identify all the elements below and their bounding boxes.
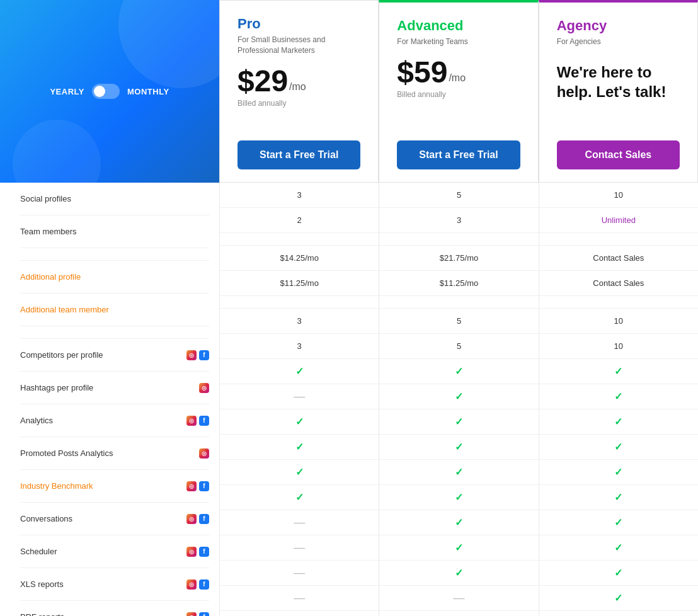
check-icon: ✓ [455, 567, 463, 579]
gap-row [539, 296, 698, 309]
yearly-label: YEARLY [50, 87, 84, 96]
feature-value: 3 [220, 183, 379, 208]
check-icon: ✓ [455, 391, 463, 402]
feature-label: Social profiles [20, 188, 209, 210]
gap-row [220, 233, 379, 246]
instagram-icon: ◎ [186, 416, 197, 426]
feature-icons: ◎f [186, 350, 209, 360]
gap-row [220, 296, 379, 309]
check-icon: ✓ [614, 491, 622, 503]
feature-icons: ◎f [186, 579, 209, 590]
feature-label-row: Additional team member [20, 294, 209, 326]
feature-icons: ◎f [186, 612, 209, 617]
instagram-icon: ◎ [186, 612, 197, 617]
advanced-billing-note: Billed annually [397, 90, 520, 99]
check-icon: ✓ [455, 542, 463, 554]
dash-icon: — [453, 591, 464, 605]
agency-cta-button[interactable]: Contact Sales [557, 140, 680, 169]
feature-label: PDF reports [20, 606, 183, 616]
feature-label-row: Industry Benchmark◎f [20, 470, 209, 503]
advanced-values-column: 53$21.75/mo$11.25/mo55✓✓✓✓✓✓✓✓✓—— [379, 183, 538, 616]
plan-card-agency: Agency For Agencies We're here to help. … [539, 0, 698, 183]
feature-label: Team members [20, 220, 209, 242]
pro-price-row: $29 /mo [237, 66, 360, 96]
monthly-label: MONTHLY [127, 87, 169, 96]
billing-toggle-switch[interactable] [92, 84, 120, 99]
agency-plan-name: Agency [557, 18, 680, 34]
feature-label: Analytics [20, 409, 183, 431]
feature-value: 5 [379, 309, 538, 334]
feature-label: Conversations [20, 508, 183, 530]
advanced-price-row: $59 /mo [397, 57, 520, 88]
check-icon: ✓ [295, 441, 304, 453]
pro-plan-name: Pro [237, 16, 360, 32]
plan-card-advanced: Advanced For Marketing Teams $59 /mo Bil… [379, 0, 538, 183]
facebook-icon: f [199, 350, 209, 360]
feature-label-row: Additional profile [20, 261, 209, 294]
instagram-icon: ◎ [199, 383, 209, 393]
feature-value: $14.25/mo [220, 246, 379, 271]
feature-label: Promoted Posts Analytics [20, 442, 195, 464]
facebook-icon: f [199, 579, 209, 590]
check-icon: ✓ [455, 365, 463, 377]
pro-values-column: 32$14.25/mo$11.25/mo33✓—✓✓✓✓————— [219, 183, 379, 616]
dash-icon: — [294, 541, 305, 554]
feature-label: Competitors per profile [20, 344, 183, 366]
left-panel: YEARLY MONTHLY [0, 0, 219, 183]
features-values-columns: 32$14.25/mo$11.25/mo33✓—✓✓✓✓—————53$21.7… [219, 183, 698, 616]
dash-icon: — [294, 566, 305, 579]
facebook-icon: f [199, 547, 209, 557]
feature-value: Contact Sales [539, 271, 698, 296]
pricing-header: YEARLY MONTHLY Pro For Small Businesses … [0, 0, 698, 183]
feature-value: 10 [539, 334, 698, 359]
feature-label-row: XLS reports◎f [20, 568, 209, 601]
pro-plan-tagline: For Small Businesses and Professional Ma… [237, 35, 360, 56]
check-icon: ✓ [455, 466, 463, 478]
billing-toggle[interactable]: YEARLY MONTHLY [50, 84, 169, 99]
check-icon: ✓ [614, 466, 622, 478]
feature-label-row: PDF reports◎f [20, 601, 209, 616]
pro-price-period: /mo [289, 81, 306, 93]
plan-card-pro: Pro For Small Businesses and Professiona… [219, 0, 379, 183]
toggle-knob [94, 86, 105, 97]
feature-value: 10 [539, 309, 698, 334]
pro-price-amount: $29 [237, 66, 288, 96]
feature-label: Additional team member [20, 299, 209, 321]
facebook-icon: f [199, 514, 209, 524]
feature-label: Additional profile [20, 266, 209, 288]
feature-label: Hashtags per profile [20, 377, 195, 399]
feature-value: $11.25/mo [220, 271, 379, 296]
features-labels-column: Social profilesTeam membersAdditional pr… [0, 183, 219, 616]
agency-plan-tagline: For Agencies [557, 37, 680, 47]
feature-label-row: Promoted Posts Analytics◎ [20, 437, 209, 470]
feature-value: $21.75/mo [379, 246, 538, 271]
instagram-icon: ◎ [199, 448, 209, 459]
check-icon: ✓ [614, 391, 622, 402]
check-icon: ✓ [614, 365, 622, 377]
unlimited-value: Unlimited [602, 215, 636, 225]
check-icon: ✓ [455, 491, 463, 503]
advanced-price-period: /mo [449, 72, 466, 84]
gap-row [379, 233, 538, 246]
feature-icons: ◎ [199, 383, 209, 393]
feature-value: 5 [379, 183, 538, 208]
facebook-icon: f [199, 416, 209, 426]
check-icon: ✓ [455, 441, 463, 453]
facebook-icon: f [199, 612, 209, 617]
feature-value: $11.25/mo [379, 271, 538, 296]
dash-icon: — [294, 390, 305, 403]
instagram-icon: ◎ [186, 481, 197, 491]
feature-label-row: Analytics◎f [20, 404, 209, 437]
pro-cta-button[interactable]: Start a Free Trial [237, 140, 360, 169]
agency-talk-text: We're here to help. Let's talk! [557, 62, 680, 101]
advanced-plan-tagline: For Marketing Teams [397, 37, 520, 47]
check-icon: ✓ [455, 416, 463, 428]
advanced-cta-button[interactable]: Start a Free Trial [397, 140, 520, 169]
feature-label: Industry Benchmark [20, 475, 183, 497]
feature-icons: ◎ [199, 448, 209, 459]
check-icon: ✓ [295, 365, 304, 377]
check-icon: ✓ [614, 542, 622, 554]
feature-value: Contact Sales [539, 246, 698, 271]
dash-icon: — [294, 516, 305, 529]
check-icon: ✓ [295, 416, 304, 428]
